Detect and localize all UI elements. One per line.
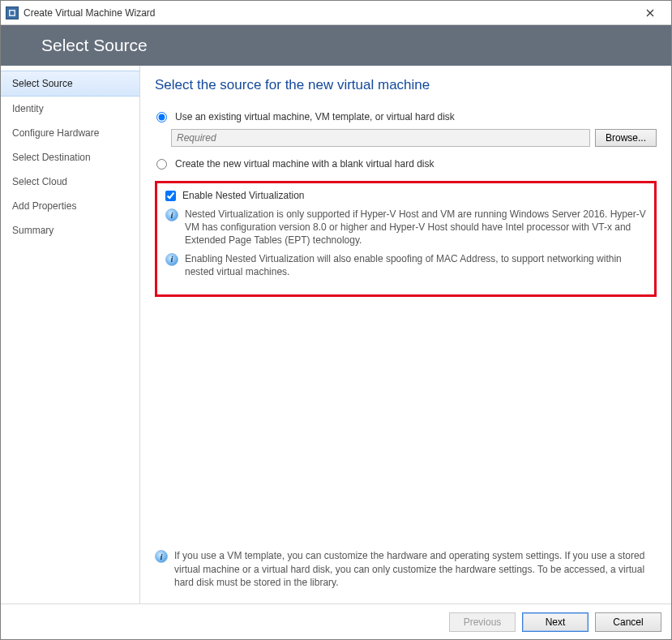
step-summary[interactable]: Summary	[1, 218, 139, 243]
step-select-source[interactable]: Select Source	[1, 71, 139, 97]
banner-heading: Select Source	[41, 36, 148, 55]
option-blank-label: Create the new virtual machine with a bl…	[175, 158, 434, 170]
app-icon	[6, 6, 19, 19]
svg-rect-1	[11, 11, 15, 15]
source-path-row: Browse...	[171, 129, 657, 147]
info-icon: i	[165, 253, 178, 266]
wizard-window: Create Virtual Machine Wizard Select Sou…	[0, 0, 672, 640]
next-button[interactable]: Next	[522, 612, 589, 632]
step-label: Identity	[12, 103, 44, 114]
nested-virtualization-section: Enable Nested Virtualization i Nested Vi…	[155, 181, 657, 297]
step-label: Summary	[12, 225, 54, 236]
option-blank[interactable]: Create the new virtual machine with a bl…	[155, 158, 657, 170]
option-existing[interactable]: Use an existing virtual machine, VM temp…	[155, 111, 657, 122]
cancel-button[interactable]: Cancel	[595, 612, 661, 632]
nested-info-2: i Enabling Nested Virtualization will al…	[165, 252, 646, 278]
step-select-cloud[interactable]: Select Cloud	[1, 170, 139, 194]
wizard-footer: Previous Next Cancel	[1, 603, 671, 639]
info-text: If you use a VM template, you can custom…	[174, 549, 657, 589]
browse-button[interactable]: Browse...	[595, 129, 657, 147]
radio-existing[interactable]	[156, 112, 167, 122]
nested-info-1: i Nested Virtualization is only supporte…	[165, 208, 646, 247]
footer-info: i If you use a VM template, you can cust…	[155, 538, 657, 603]
close-icon	[646, 9, 654, 17]
info-text: Nested Virtualization is only supported …	[185, 208, 646, 247]
step-label: Select Cloud	[12, 176, 67, 187]
page-title: Select the source for the new virtual ma…	[155, 77, 657, 93]
window-title: Create Virtual Machine Wizard	[24, 7, 634, 19]
enable-nested-checkbox[interactable]	[165, 191, 176, 201]
step-label: Select Source	[12, 78, 73, 89]
step-select-destination[interactable]: Select Destination	[1, 145, 139, 170]
step-label: Add Properties	[12, 200, 76, 212]
enable-nested-label: Enable Nested Virtualization	[182, 190, 305, 201]
source-path-input[interactable]	[171, 129, 590, 147]
step-label: Select Destination	[12, 152, 91, 163]
option-existing-label: Use an existing virtual machine, VM temp…	[175, 111, 455, 122]
info-text: Enabling Nested Virtualization will also…	[185, 252, 646, 278]
radio-blank[interactable]	[156, 159, 167, 170]
wizard-steps: Select Source Identity Configure Hardwar…	[1, 66, 140, 603]
step-identity[interactable]: Identity	[1, 97, 139, 121]
wizard-main: Select the source for the new virtual ma…	[140, 66, 671, 603]
step-configure-hardware[interactable]: Configure Hardware	[1, 121, 139, 145]
previous-button: Previous	[449, 612, 516, 632]
banner: Select Source	[1, 25, 671, 66]
info-icon: i	[155, 550, 168, 563]
close-button[interactable]	[634, 2, 666, 24]
step-label: Configure Hardware	[12, 127, 99, 139]
step-add-properties[interactable]: Add Properties	[1, 194, 139, 218]
wizard-body: Select Source Identity Configure Hardwar…	[1, 66, 671, 603]
enable-nested-row[interactable]: Enable Nested Virtualization	[165, 190, 646, 201]
info-icon: i	[165, 208, 178, 221]
titlebar: Create Virtual Machine Wizard	[1, 1, 671, 25]
